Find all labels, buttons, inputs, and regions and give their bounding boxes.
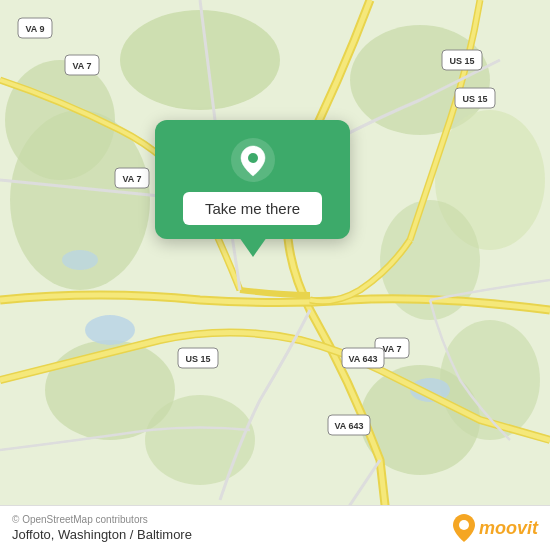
location-text: Joffoto, Washington / Baltimore bbox=[12, 527, 192, 542]
moovit-logo: moovit bbox=[453, 514, 538, 542]
svg-point-33 bbox=[248, 153, 258, 163]
svg-point-3 bbox=[120, 10, 280, 110]
svg-point-8 bbox=[145, 395, 255, 485]
svg-text:VA 643: VA 643 bbox=[334, 421, 363, 431]
take-me-there-button[interactable]: Take me there bbox=[183, 192, 322, 225]
svg-point-13 bbox=[62, 250, 98, 270]
svg-text:VA 643: VA 643 bbox=[348, 354, 377, 364]
svg-text:VA 7: VA 7 bbox=[122, 174, 141, 184]
svg-text:VA 9: VA 9 bbox=[25, 24, 44, 34]
footer-left: © OpenStreetMap contributors Joffoto, Wa… bbox=[12, 514, 192, 542]
map-container: VA 9 VA 7 VA 7 US 15 US 15 US 15 VA 7 VA… bbox=[0, 0, 550, 550]
svg-point-11 bbox=[85, 315, 135, 345]
footer-bar: © OpenStreetMap contributors Joffoto, Wa… bbox=[0, 505, 550, 550]
map-background: VA 9 VA 7 VA 7 US 15 US 15 US 15 VA 7 VA… bbox=[0, 0, 550, 550]
svg-text:VA 7: VA 7 bbox=[382, 344, 401, 354]
svg-text:VA 7: VA 7 bbox=[72, 61, 91, 71]
moovit-wordmark: moovit bbox=[479, 518, 538, 539]
svg-text:US 15: US 15 bbox=[462, 94, 487, 104]
moovit-pin-icon bbox=[453, 514, 475, 542]
copyright-text: © OpenStreetMap contributors bbox=[12, 514, 192, 525]
svg-text:US 15: US 15 bbox=[185, 354, 210, 364]
map-pin-icon bbox=[231, 138, 275, 182]
svg-point-34 bbox=[459, 520, 469, 530]
location-popup: Take me there bbox=[155, 120, 350, 239]
svg-text:US 15: US 15 bbox=[449, 56, 474, 66]
